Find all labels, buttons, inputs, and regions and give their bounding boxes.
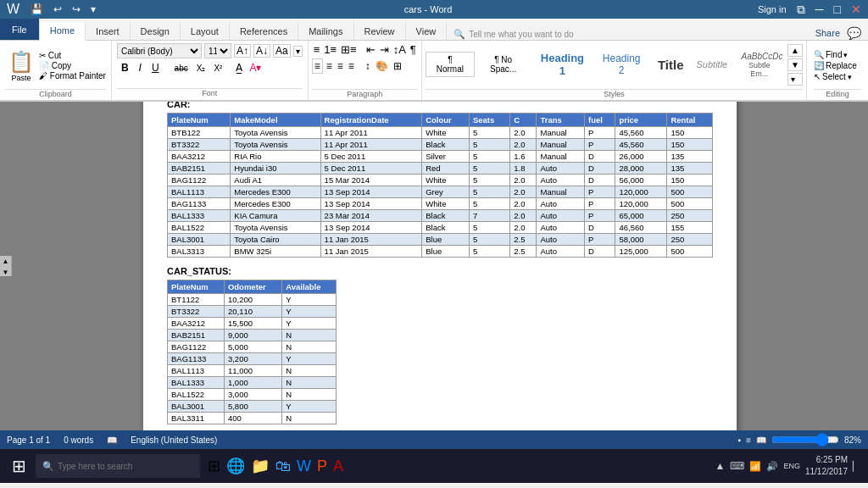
tab-references[interactable]: References bbox=[230, 23, 298, 40]
close-button[interactable]: ✕ bbox=[851, 3, 861, 16]
tab-view[interactable]: View bbox=[406, 23, 448, 40]
font-color-button[interactable]: A▾ bbox=[247, 61, 264, 75]
italic-button[interactable]: I bbox=[135, 60, 146, 75]
increase-indent-button[interactable]: ⇥ bbox=[378, 42, 391, 57]
tab-insert[interactable]: Insert bbox=[86, 23, 131, 40]
superscript-button[interactable]: X² bbox=[210, 62, 225, 75]
show-desktop-button[interactable]: ▏ bbox=[853, 461, 860, 472]
car-table: PlateNum MakeModel RegistrationDate Colo… bbox=[167, 113, 713, 258]
style-nospace[interactable]: ¶ No Spac... bbox=[476, 52, 531, 77]
find-button[interactable]: 🔍 Find ▾ bbox=[814, 50, 861, 59]
comments-icon[interactable]: 💬 bbox=[847, 26, 861, 40]
font-format-row: B I U abc X₂ X² A̲ A▾ bbox=[117, 60, 303, 75]
qa-save[interactable]: 💾 bbox=[28, 3, 46, 16]
zoom-slider[interactable] bbox=[771, 435, 839, 445]
text-highlight-button[interactable]: A̲ bbox=[233, 61, 245, 75]
border-button[interactable]: ⊞ bbox=[392, 59, 403, 73]
qa-undo[interactable]: ↩ bbox=[51, 3, 64, 16]
styles-scroll-down[interactable]: ▼ bbox=[787, 58, 803, 71]
style-heading2[interactable]: Heading 2 bbox=[593, 49, 649, 80]
share-button[interactable]: Share 💬 bbox=[809, 26, 868, 40]
restore-button[interactable]: □ bbox=[834, 3, 841, 16]
multilevel-list-button[interactable]: ⊞≡ bbox=[339, 42, 359, 57]
col-platenum: PlateNum bbox=[168, 113, 231, 126]
subscript-button[interactable]: X₂ bbox=[193, 62, 209, 75]
document-page[interactable]: CAR: PlateNum MakeModel RegistrationDate… bbox=[143, 102, 737, 430]
print-layout-btn[interactable]: ▪ bbox=[738, 435, 742, 445]
strikethrough-button[interactable]: abc bbox=[171, 62, 192, 75]
format-painter-button[interactable]: 🖌 Format Painter bbox=[39, 71, 106, 80]
qa-customize[interactable]: ▾ bbox=[88, 3, 98, 16]
select-dropdown-icon[interactable]: ▾ bbox=[848, 73, 852, 81]
scroll-up-arrow[interactable]: ▲ bbox=[3, 258, 9, 265]
tab-review[interactable]: Review bbox=[354, 23, 406, 40]
underline-button[interactable]: U bbox=[147, 60, 164, 75]
status-table-row: BAL15223,000N bbox=[168, 388, 337, 400]
clipboard-label: Clipboard bbox=[5, 89, 106, 98]
tab-design[interactable]: Design bbox=[131, 23, 181, 40]
web-layout-btn[interactable]: ≡ bbox=[746, 435, 751, 445]
font-size-select[interactable]: 11 bbox=[204, 43, 231, 58]
cut-button[interactable]: ✂ Cut bbox=[39, 51, 106, 60]
clear-format-button[interactable]: Aa bbox=[273, 44, 291, 58]
tab-mailings[interactable]: Mailings bbox=[298, 23, 353, 40]
tab-file[interactable]: File bbox=[0, 19, 40, 40]
scroll-down-arrow[interactable]: ▼ bbox=[3, 269, 9, 276]
powerpoint-taskbar-icon[interactable]: P bbox=[314, 456, 330, 477]
language-label[interactable]: English (United States) bbox=[131, 435, 217, 445]
line-spacing-button[interactable]: ↕ bbox=[364, 59, 372, 73]
styles-scroll-up[interactable]: ▲ bbox=[787, 44, 803, 57]
clock[interactable]: 6:25 PM 11/12/2017 bbox=[805, 454, 848, 478]
decrease-indent-button[interactable]: ⇤ bbox=[364, 42, 377, 57]
taskbar-search-icon: 🔍 bbox=[42, 461, 54, 472]
window-options[interactable]: ⧉ bbox=[797, 3, 805, 17]
show-formatting-button[interactable]: ¶ bbox=[409, 42, 418, 57]
style-subtitle[interactable]: Subtitle bbox=[689, 56, 733, 73]
zoom-percent[interactable]: 82% bbox=[844, 435, 861, 445]
select-button[interactable]: ↖ Select ▾ bbox=[814, 72, 861, 81]
font-size-decrease[interactable]: A↓ bbox=[253, 44, 270, 58]
taskbar-up-arrow[interactable]: ▲ bbox=[715, 460, 726, 472]
car-table-header-row: PlateNum MakeModel RegistrationDate Colo… bbox=[168, 113, 713, 126]
style-title[interactable]: Title bbox=[650, 54, 688, 75]
font-size-increase[interactable]: A↑ bbox=[234, 44, 251, 58]
tell-me-input[interactable]: 🔍 Tell me what you want to do bbox=[447, 29, 808, 40]
edge-browser-icon[interactable]: 🌐 bbox=[224, 455, 248, 477]
numbering-button[interactable]: 1≡ bbox=[322, 42, 338, 57]
style-heading1[interactable]: Heading 1 bbox=[531, 48, 593, 80]
task-view-button[interactable]: ⊞ bbox=[205, 455, 223, 477]
taskbar-eng: ENG bbox=[783, 462, 800, 470]
align-left-button[interactable]: ≡ bbox=[312, 58, 323, 74]
change-case-button[interactable]: ▾ bbox=[293, 46, 303, 57]
font-name-select[interactable]: Calibri (Body) bbox=[117, 43, 202, 58]
acrobat-taskbar-icon[interactable]: A bbox=[331, 456, 346, 477]
align-right-button[interactable]: ≡ bbox=[336, 59, 345, 73]
replace-button[interactable]: 🔄 Replace bbox=[814, 61, 861, 70]
start-button[interactable]: ⊞ bbox=[3, 451, 34, 481]
file-explorer-icon[interactable]: 📁 bbox=[248, 455, 272, 477]
bold-button[interactable]: B bbox=[117, 60, 133, 75]
justify-button[interactable]: ≡ bbox=[347, 59, 356, 73]
taskbar-search-input[interactable] bbox=[58, 462, 193, 471]
shading-button[interactable]: 🎨 bbox=[374, 59, 390, 73]
align-center-button[interactable]: ≡ bbox=[325, 59, 334, 73]
col-trans: Trans bbox=[537, 113, 585, 126]
styles-expand[interactable]: ▾ bbox=[787, 73, 803, 86]
qa-redo[interactable]: ↪ bbox=[70, 3, 83, 16]
style-normal[interactable]: ¶ Normal bbox=[426, 52, 475, 77]
sign-in-button[interactable]: Sign in bbox=[758, 4, 787, 14]
word-taskbar-icon[interactable]: W bbox=[294, 456, 314, 477]
style-subtle-em[interactable]: AaBbCcDc Subtle Em... bbox=[734, 48, 786, 81]
store-icon[interactable]: 🛍 bbox=[273, 456, 293, 477]
copy-button[interactable]: 📄 Copy bbox=[39, 61, 106, 70]
vertical-scrollbar[interactable]: ▲ ▼ bbox=[0, 256, 12, 276]
minimize-button[interactable]: ─ bbox=[815, 3, 824, 16]
document-area[interactable]: ▲ ▼ CAR: PlateNum MakeModel Registration… bbox=[0, 102, 868, 430]
paste-button[interactable]: 📋 Paste bbox=[5, 48, 37, 84]
read-mode-btn[interactable]: 📖 bbox=[756, 435, 766, 445]
find-dropdown-icon[interactable]: ▾ bbox=[843, 51, 848, 59]
bullets-button[interactable]: ≡ bbox=[312, 42, 322, 57]
tab-home[interactable]: Home bbox=[40, 22, 86, 41]
tab-layout[interactable]: Layout bbox=[181, 23, 230, 40]
sort-button[interactable]: ↕A bbox=[392, 42, 408, 57]
